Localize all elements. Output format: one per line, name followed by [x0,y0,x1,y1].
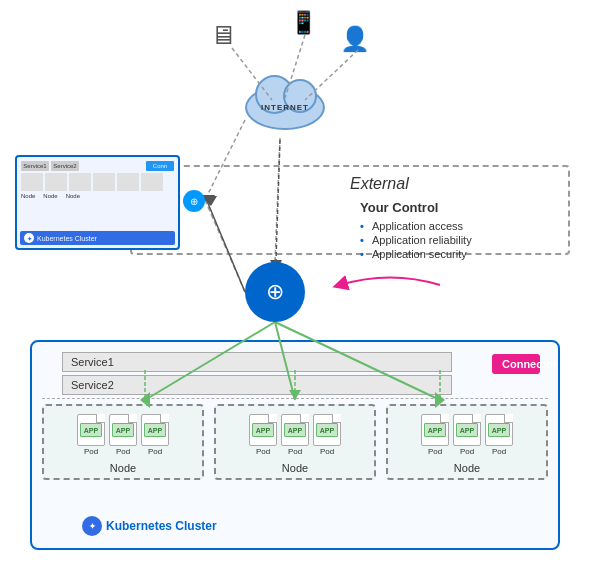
hub-icon: ⊕ [266,279,284,305]
conn-left-icon: ⊕ [190,196,198,207]
pod-label-3-2: Pod [460,447,474,456]
kube-row-3: Node Node Node [21,193,174,199]
connection-circle-left: ⊕ [183,190,205,212]
kube-pod-1 [21,173,43,191]
internet-label: INTERNET [261,103,309,112]
pod-icon-1-3: APP [141,414,169,446]
pod-3-2: APP Pod [453,414,481,456]
pod-label-3-3: Pod [492,447,506,456]
kube-node-3-label: Node [66,193,80,199]
kube-pod-5 [117,173,139,191]
pod-icon-1-1: APP [77,414,105,446]
connector-button[interactable]: Connector [492,354,540,374]
pod-label-2-1: Pod [256,447,270,456]
services-divider [42,398,548,399]
control-item-1: Application access [360,219,472,233]
cloud-shape: INTERNET [245,85,325,130]
service2-label: Service2 [71,379,114,391]
kube-chip-connector: Conn [146,161,174,171]
pod-app-1-3: APP [144,423,166,437]
kube-pod-2 [45,173,67,191]
external-label: External [350,175,409,193]
pod-1-3: APP Pod [141,414,169,456]
k8s-label: ✦ Kubernetes Cluster [82,516,217,536]
pod-icon-3-3: APP [485,414,513,446]
kube-chip-s2: Service2 [51,161,79,171]
pods-row-3: APP Pod APP Pod APP Pod [421,414,513,456]
kube-footer-label: Kubernetes Cluster [37,235,97,242]
node-label-2: Node [282,462,308,474]
control-item-3: Application security [360,247,472,261]
node-label-1: Node [110,462,136,474]
pod-3-3: APP Pod [485,414,513,456]
kube-row-2 [21,173,174,191]
k8s-text: Kubernetes Cluster [106,519,217,533]
pods-row-2: APP Pod APP Pod APP Pod [249,414,341,456]
service1-label: Service1 [71,356,114,368]
pod-label-1-3: Pod [148,447,162,456]
services-area: Service1 Service2 [62,352,452,398]
kube-node-1-label: Node [21,193,35,199]
kube-footer-icon: ✦ [24,233,34,243]
node-box-1: APP Pod APP Pod APP Pod [42,404,204,480]
pod-app-2-1: APP [252,423,274,437]
pod-icon-2-2: APP [281,414,309,446]
kube-row-1: Service1 Service2 Conn [21,161,174,171]
pod-app-1-1: APP [80,423,102,437]
your-control-title: Your Control [360,200,472,215]
pod-app-3-3: APP [488,423,510,437]
kube-k-icon: ✦ [27,235,32,242]
pod-1-2: APP Pod [109,414,137,456]
node-box-2: APP Pod APP Pod APP Pod [214,404,376,480]
internet-cloud: INTERNET [240,80,330,135]
pod-app-2-2: APP [284,423,306,437]
kube-pod-3 [69,173,91,191]
pod-label-1-1: Pod [84,447,98,456]
pod-3-1: APP Pod [421,414,449,456]
kube-node-2-label: Node [43,193,57,199]
monitor-device: 🖥 [210,20,236,51]
pod-icon-2-3: APP [313,414,341,446]
pod-app-2-3: APP [316,423,338,437]
pod-app-3-2: APP [456,423,478,437]
pods-row-1: APP Pod APP Pod APP Pod [77,414,169,456]
pod-app-1-2: APP [112,423,134,437]
pod-1-1: APP Pod [77,414,105,456]
user-device: 👤 [340,25,370,53]
diagram: 🖥 📱 👤 INTERNET External Your Control App… [0,0,600,569]
kube-footer: ✦ Kubernetes Cluster [20,231,175,245]
kube-pod-6 [141,173,163,191]
nodes-container: APP Pod APP Pod APP Pod [42,404,548,480]
pod-app-3-1: APP [424,423,446,437]
pod-2-2: APP Pod [281,414,309,456]
pod-icon-1-2: APP [109,414,137,446]
kube-screenshot: Service1 Service2 Conn Node Node Node ✦ [15,155,180,250]
k8s-cluster-box: Service1 Service2 Connector APP Pod [30,340,560,550]
kube-chip-s1: Service1 [21,161,49,171]
pod-label-3-1: Pod [428,447,442,456]
pod-label-1-2: Pod [116,447,130,456]
pod-icon-2-1: APP [249,414,277,446]
service-bar-1: Service1 [62,352,452,372]
k8s-icon: ✦ [82,516,102,536]
kube-pod-4 [93,173,115,191]
pod-label-2-2: Pod [288,447,302,456]
node-label-3: Node [454,462,480,474]
control-item-2: Application reliability [360,233,472,247]
node-box-3: APP Pod APP Pod APP Pod [386,404,548,480]
service-bar-2: Service2 [62,375,452,395]
pod-2-1: APP Pod [249,414,277,456]
pod-2-3: APP Pod [313,414,341,456]
your-control-list: Application access Application reliabili… [360,219,472,261]
pod-icon-3-2: APP [453,414,481,446]
kube-screenshot-inner: Service1 Service2 Conn Node Node Node [17,157,178,205]
your-control-section: Your Control Application access Applicat… [360,200,472,261]
phone-device: 📱 [290,10,317,36]
pod-icon-3-1: APP [421,414,449,446]
hub-circle: ⊕ [245,262,305,322]
pod-label-2-3: Pod [320,447,334,456]
